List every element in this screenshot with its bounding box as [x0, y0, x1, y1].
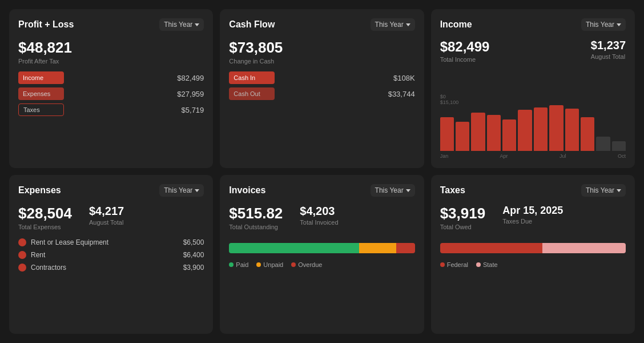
profit-loss-period-selector[interactable]: This Year	[159, 18, 204, 31]
income-period-label: This Year	[586, 21, 614, 29]
invoices-paid-bar	[229, 243, 359, 253]
profit-loss-sub-label: Profit After Tax	[18, 58, 204, 65]
invoices-unpaid-bar	[359, 243, 396, 253]
invoices-period-label: This Year	[375, 186, 404, 194]
income-card: Income This Year $82,499 Total Income $1…	[431, 9, 635, 168]
taxes-main-label: Total Owed	[440, 224, 486, 230]
invoices-legend-paid: Paid	[229, 261, 248, 268]
taxes-bar	[440, 243, 626, 253]
cash-in-bar: Cash In	[229, 71, 275, 84]
chart-x-labels: Jan Apr Jul Oct	[440, 153, 626, 159]
cash-out-bar-wrap: Cash Out	[229, 87, 380, 100]
cash-flow-period-label: This Year	[375, 21, 404, 29]
taxes-total-block: $3,919 Total Owed	[440, 205, 486, 237]
expense-row-rent-lease: Rent or Lease Equipment $6,500	[18, 238, 204, 246]
cash-out-value: $33,744	[381, 90, 415, 98]
taxes-due-label: Taxes Due	[502, 218, 563, 225]
profit-loss-header: Profit + Loss This Year	[18, 18, 204, 31]
taxes-bar: Taxes	[18, 103, 64, 116]
rent-value: $6,400	[183, 251, 204, 259]
chart-bar-4	[502, 119, 516, 151]
expenses-total-block: $28,504 Total Expenses	[18, 205, 72, 237]
cash-flow-sub-label: Change in Cash	[229, 58, 414, 65]
income-chart-area	[440, 99, 626, 151]
cash-flow-chevron-icon	[406, 23, 410, 26]
expenses-chevron-icon	[195, 189, 199, 192]
profit-loss-period-label: This Year	[164, 21, 192, 29]
chart-bar-9	[581, 117, 594, 151]
cash-flow-period-selector[interactable]: This Year	[371, 18, 415, 31]
expenses-secondary-value: $4,217	[89, 205, 124, 218]
invoices-main-label: Total Outstanding	[229, 224, 283, 230]
income-secondary-value: $1,237	[591, 39, 626, 52]
taxes-state-bar	[542, 243, 626, 253]
cash-flow-main-value: $73,805	[229, 39, 414, 57]
income-period-selector[interactable]: This Year	[581, 18, 626, 31]
taxes-legend: Federal State	[440, 261, 626, 268]
paid-legend-label: Paid	[236, 261, 248, 268]
cash-out-bar: Cash Out	[229, 87, 275, 100]
profit-loss-expenses-bar-wrap: Expenses	[18, 87, 170, 100]
invoices-period-selector[interactable]: This Year	[371, 184, 415, 197]
income-secondary-block: $1,237 August Total	[591, 39, 626, 70]
cash-flow-header: Cash Flow This Year	[229, 18, 414, 31]
expenses-bar: Expenses	[18, 87, 64, 100]
taxes-due-block: Apr 15, 2025 Taxes Due	[502, 205, 563, 237]
invoices-secondary-value: $4,203	[300, 205, 338, 218]
chart-bar-5	[518, 110, 532, 151]
expenses-title: Expenses	[18, 185, 61, 196]
rent-lease-label: Rent or Lease Equipment	[31, 238, 183, 246]
taxes-period-label: This Year	[586, 186, 614, 194]
expenses-period-label: This Year	[164, 186, 192, 194]
taxes-header: Taxes This Year	[440, 184, 626, 197]
chart-bar-1	[456, 122, 469, 151]
contractors-value: $3,900	[183, 264, 204, 272]
rent-label: Rent	[31, 251, 183, 259]
cash-in-bar-wrap: Cash In	[229, 71, 380, 84]
chart-bar-10	[596, 137, 610, 151]
expenses-card: Expenses This Year $28,504 Total Expense…	[9, 175, 213, 334]
paid-legend-dot	[229, 262, 234, 267]
income-secondary-label: August Total	[591, 53, 626, 60]
contractors-dot	[18, 264, 26, 272]
taxes-chevron-icon	[617, 189, 621, 192]
profit-loss-expenses-value: $27,959	[170, 90, 204, 98]
rent-lease-value: $6,500	[183, 238, 204, 246]
overdue-legend-dot	[291, 262, 296, 267]
income-header: Income This Year	[440, 18, 626, 31]
profit-loss-taxes-value: $5,719	[170, 106, 204, 114]
invoices-secondary-block: $4,203 Total Invoiced	[300, 205, 338, 237]
chart-y-zero: $0	[440, 94, 446, 99]
income-bar: Income	[18, 71, 64, 84]
expenses-header: Expenses This Year	[18, 184, 204, 197]
invoices-title: Invoices	[229, 185, 265, 196]
taxes-values-row: $3,919 Total Owed Apr 15, 2025 Taxes Due	[440, 205, 626, 237]
chart-bar-11	[612, 141, 626, 151]
taxes-legend-federal: Federal	[440, 261, 468, 268]
invoices-bar	[229, 243, 414, 253]
invoices-legend-overdue: Overdue	[291, 261, 322, 268]
profit-loss-taxes-bar-wrap: Taxes	[18, 103, 170, 116]
profit-loss-card: Profit + Loss This Year $48,821 Profit A…	[9, 9, 213, 168]
rent-lease-dot	[18, 238, 26, 246]
chart-bar-0	[440, 117, 454, 151]
expenses-main-value: $28,504	[18, 205, 72, 222]
expenses-values-row: $28,504 Total Expenses $4,217 August Tot…	[18, 205, 204, 237]
overdue-legend-label: Overdue	[298, 261, 322, 268]
profit-loss-main-value: $48,821	[18, 39, 204, 57]
taxes-period-selector[interactable]: This Year	[581, 184, 626, 197]
x-label-jul: Jul	[560, 153, 566, 159]
cash-flow-out-row: Cash Out $33,744	[229, 87, 414, 100]
income-main-value: $82,499	[440, 39, 490, 55]
chart-bar-2	[471, 113, 485, 151]
expenses-period-selector[interactable]: This Year	[159, 184, 204, 197]
dashboard: Profit + Loss This Year $48,821 Profit A…	[0, 0, 644, 343]
rent-dot	[18, 251, 26, 259]
taxes-due-value: Apr 15, 2025	[502, 205, 563, 217]
expenses-secondary-label: August Total	[89, 219, 124, 226]
chart-bar-3	[487, 115, 501, 151]
state-legend-dot	[476, 262, 481, 267]
state-legend-label: State	[483, 261, 498, 268]
cash-flow-title: Cash Flow	[229, 19, 275, 30]
x-label-apr: Apr	[500, 153, 508, 159]
